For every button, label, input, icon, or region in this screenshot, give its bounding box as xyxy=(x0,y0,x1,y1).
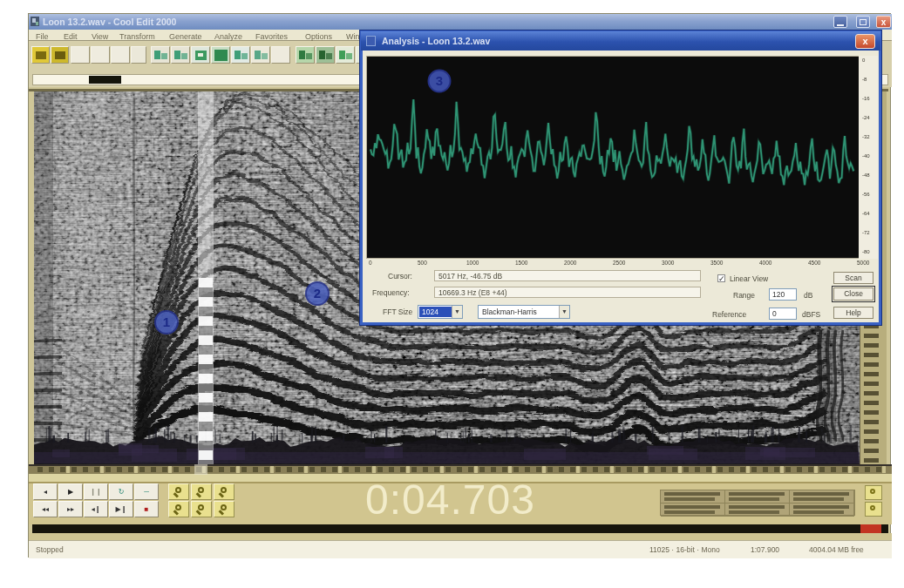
svg-text:1: 1 xyxy=(163,314,170,329)
svg-text:3: 3 xyxy=(436,73,443,88)
svg-text:2: 2 xyxy=(314,286,321,301)
